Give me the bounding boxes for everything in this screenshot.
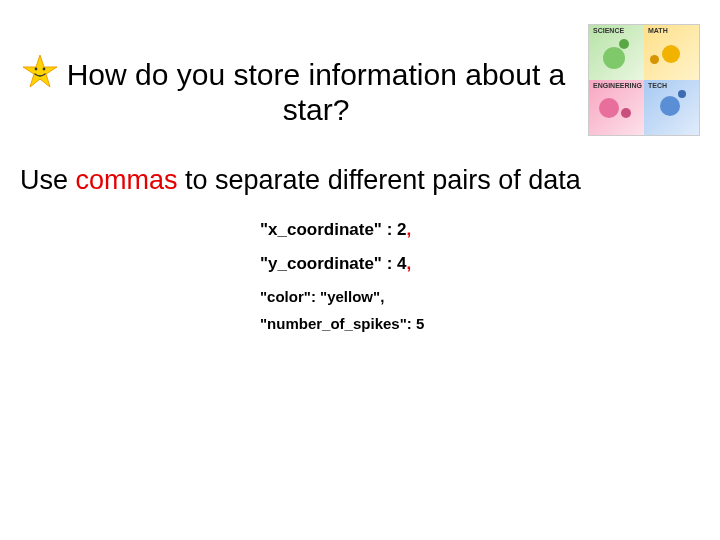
instruction-suffix: to separate different pairs of data	[178, 165, 581, 195]
comma-highlight: ,	[407, 220, 412, 239]
code-text: "y_coordinate" : 4	[260, 254, 407, 273]
code-line-4: "number_of_spikes": 5	[260, 315, 424, 332]
slide-title: How do you store information about a sta…	[56, 58, 576, 127]
instruction-highlight: commas	[76, 165, 178, 195]
code-line-1: "x_coordinate" : 2,	[260, 220, 424, 240]
corner-illustration: SCIENCE MATH ENGINEERING TECH	[588, 24, 700, 136]
instruction-text: Use commas to separate different pairs o…	[20, 165, 581, 196]
code-text: "x_coordinate" : 2	[260, 220, 407, 239]
panel-label: SCIENCE	[593, 27, 624, 34]
panel-label: MATH	[648, 27, 668, 34]
svg-point-2	[43, 68, 46, 71]
code-example: "x_coordinate" : 2, "y_coordinate" : 4, …	[260, 220, 424, 342]
comma-highlight: ,	[407, 254, 412, 273]
code-line-2: "y_coordinate" : 4,	[260, 254, 424, 274]
star-icon	[22, 54, 58, 90]
code-line-3: "color": "yellow",	[260, 288, 424, 305]
svg-point-1	[35, 68, 38, 71]
svg-marker-0	[23, 55, 57, 87]
instruction-prefix: Use	[20, 165, 76, 195]
panel-label: TECH	[648, 82, 667, 89]
slide: How do you store information about a sta…	[0, 0, 720, 540]
panel-label: ENGINEERING	[593, 82, 642, 89]
